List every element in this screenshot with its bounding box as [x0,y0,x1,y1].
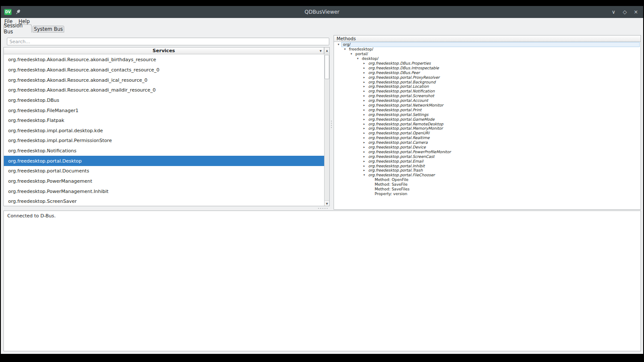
search-input[interactable] [7,38,329,45]
minimize-button[interactable]: ∨ [611,9,617,15]
service-row[interactable]: org.freedesktop.PowerManagement [4,176,324,187]
collapsed-arrow-icon[interactable]: ▸ [361,108,367,112]
scrollbar-thumb[interactable] [325,55,329,79]
tree-node[interactable]: ▸org.freedesktop.portal.Background [334,80,641,84]
service-row[interactable]: org.freedesktop.ScreenSaver [4,196,324,206]
collapsed-arrow-icon[interactable]: ▸ [361,94,367,98]
scroll-up-icon[interactable]: ▲ [325,47,329,53]
tab-system-bus[interactable]: System Bus [33,26,64,33]
tree-node[interactable]: ▸org.freedesktop.portal.NetworkMonitor [334,103,641,108]
tree-node[interactable]: ▾org/ [334,42,641,47]
collapsed-arrow-icon[interactable]: ▸ [361,164,367,168]
collapsed-arrow-icon[interactable]: ▸ [361,98,367,103]
service-row[interactable]: org.freedesktop.portal.Documents [4,166,324,176]
tree-node[interactable]: ▸org.freedesktop.portal.GameMode [334,117,641,122]
services-scrollbar[interactable]: ▲ ▼ [324,47,329,206]
close-button[interactable]: × [633,9,639,15]
collapsed-arrow-icon[interactable]: ▸ [361,117,367,122]
tree-node[interactable]: ▾org.freedesktop.portal.FileChooser [334,173,641,178]
service-row[interactable]: org.freedesktop.portal.Desktop [4,156,324,166]
tree-node[interactable]: ▾freedesktop/ [334,47,641,52]
tree-node[interactable]: ▸org.freedesktop.portal.Realtime [334,136,641,140]
tree-node[interactable]: ▸org.freedesktop.portal.Location [334,84,641,89]
tree-node[interactable]: ▸org.freedesktop.DBus.Peer [334,70,641,75]
tree-node[interactable]: Property: version [334,192,641,196]
collapsed-arrow-icon[interactable]: ▸ [361,168,367,172]
collapsed-arrow-icon[interactable]: ▸ [361,80,367,84]
service-row[interactable]: org.freedesktop.DBus [4,95,324,106]
maximize-button[interactable]: ◇ [622,9,628,15]
tab-session-bus[interactable]: Session Bus [3,24,32,33]
collapsed-arrow-icon[interactable]: ▸ [361,75,367,80]
collapsed-arrow-icon[interactable]: ▸ [361,145,367,149]
services-header[interactable]: Services ▼ [4,47,324,54]
expanded-arrow-icon[interactable]: ▾ [336,42,341,47]
tree-node[interactable]: ▸org.freedesktop.portal.Account [334,98,641,103]
collapsed-arrow-icon[interactable]: ▸ [361,71,367,75]
expanded-arrow-icon[interactable]: ▾ [361,173,367,177]
expanded-arrow-icon[interactable]: ▾ [349,52,354,56]
tree-node[interactable]: ▸org.freedesktop.portal.Settings [334,112,641,117]
tree-node[interactable]: ▸org.freedesktop.portal.ScreenCast [334,154,641,159]
tree-node[interactable]: ▸org.freedesktop.portal.RemoteDesktop [334,122,641,126]
scroll-down-icon[interactable]: ▼ [325,200,329,206]
collapsed-arrow-icon[interactable]: ▸ [361,154,367,159]
tree-node[interactable]: ▸org.freedesktop.portal.Camera [334,140,641,145]
service-row[interactable]: org.freedesktop.FileManager1 [4,105,324,116]
collapsed-arrow-icon[interactable]: ▸ [361,126,367,131]
collapsed-arrow-icon[interactable]: ▸ [361,89,367,93]
tree-node-label: org.freedesktop.portal.FileChooser [367,173,436,177]
collapsed-arrow-icon[interactable]: ▸ [361,61,367,65]
tree-node[interactable]: Method: SaveFiles [334,187,641,192]
tree-node[interactable]: ▸org.freedesktop.portal.Screenshot [334,94,641,98]
service-row[interactable]: org.freedesktop.impl.portal.desktop.kde [4,125,324,136]
vertical-splitter[interactable] [330,47,334,206]
service-row[interactable]: org.freedesktop.Akonadi.Resource.akonadi… [4,65,324,75]
collapsed-arrow-icon[interactable]: ▸ [361,113,367,117]
tree-node[interactable]: ▾desktop/ [334,56,641,61]
collapsed-arrow-icon[interactable]: ▸ [361,122,367,126]
tree-node[interactable]: ▸org.freedesktop.portal.ProxyResolver [334,75,641,80]
header-dropdown-icon[interactable]: ▼ [319,47,322,54]
tree-node[interactable]: Method: OpenFile [334,178,641,182]
horizontal-splitter[interactable] [3,207,641,210]
collapsed-arrow-icon[interactable]: ▸ [361,159,367,163]
pin-icon[interactable] [15,9,21,15]
service-row[interactable]: org.freedesktop.Notifications [4,146,324,156]
service-row[interactable]: org.freedesktop.Akonadi.Resource.akonadi… [4,85,324,95]
service-row[interactable]: org.freedesktop.Flatpak [4,116,324,126]
collapsed-arrow-icon[interactable]: ▸ [361,136,367,140]
service-row[interactable]: org.freedesktop.Akonadi.Resource.akonadi… [4,75,324,85]
service-row[interactable]: org.freedesktop.PowerManagement.Inhibit [4,186,324,196]
service-row[interactable]: org.freedesktop.impl.portal.PermissionSt… [4,136,324,146]
tree-node[interactable]: Method: SaveFile [334,182,641,187]
services-list: org.freedesktop.Akonadi.Resource.akonadi… [4,55,324,206]
tree-node[interactable]: ▸org.freedesktop.portal.Device [334,145,641,150]
tree-node[interactable]: ▸org.freedesktop.DBus.Properties [334,61,641,66]
tree-node-label: org.freedesktop.portal.RemoteDesktop [367,122,444,126]
tree-node[interactable]: ▸org.freedesktop.portal.PowerProfileMoni… [334,149,641,154]
tree-node[interactable]: ▾portal/ [334,52,641,56]
expanded-arrow-icon[interactable]: ▾ [355,56,361,61]
collapsed-arrow-icon[interactable]: ▸ [361,150,367,154]
tree-node[interactable]: ▸org.freedesktop.portal.Inhibit [334,163,641,168]
tree-node-label: org.freedesktop.DBus.Properties [367,61,432,65]
app-icon: DV [4,9,12,15]
tree-node[interactable]: ▸org.freedesktop.portal.Notification [334,89,641,94]
collapsed-arrow-icon[interactable]: ▸ [361,84,367,89]
collapsed-arrow-icon[interactable]: ▸ [361,140,367,145]
collapsed-arrow-icon[interactable]: ▸ [361,66,367,70]
expanded-arrow-icon[interactable]: ▾ [342,47,348,51]
tree-node[interactable]: ▸org.freedesktop.portal.Email [334,159,641,163]
tree-node[interactable]: ▸org.freedesktop.portal.OpenURI [334,131,641,136]
tree-node[interactable]: ▸org.freedesktop.portal.MemoryMonitor [334,126,641,131]
collapsed-arrow-icon[interactable]: ▸ [361,131,367,135]
tree-node-label: org.freedesktop.DBus.Peer [367,71,421,75]
collapsed-arrow-icon[interactable]: ▸ [361,103,367,107]
tree-node-label: org.freedesktop.portal.Device [367,145,427,149]
tree-node[interactable]: ▸org.freedesktop.DBus.Introspectable [334,65,641,70]
tree-node[interactable]: ▸org.freedesktop.portal.Print [334,107,641,112]
methods-header[interactable]: Methods [334,36,641,42]
tree-node[interactable]: ▸org.freedesktop.portal.Trash [334,168,641,173]
service-row[interactable]: org.freedesktop.Akonadi.Resource.akonadi… [4,55,324,65]
